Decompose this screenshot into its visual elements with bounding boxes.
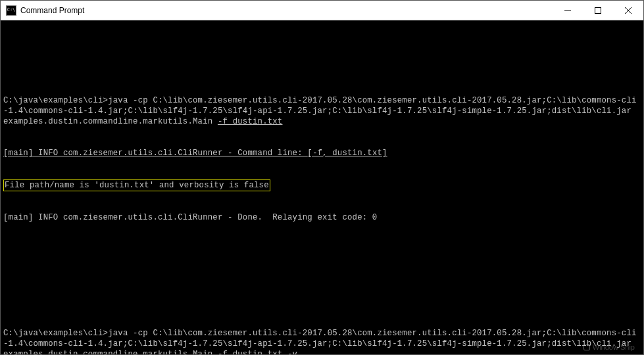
- maximize-button[interactable]: [583, 1, 613, 20]
- command-args: -f dustin.txt -v: [218, 350, 297, 354]
- svg-rect-1: [595, 7, 601, 13]
- output-highlight: File path/name is 'dustin.txt' and verbo…: [3, 179, 270, 191]
- command-args: -f dustin.txt: [218, 117, 283, 126]
- minimize-button[interactable]: [553, 1, 583, 20]
- snipping-tool-overlay: Window Snip: [583, 343, 635, 351]
- window-title: Command Prompt: [20, 6, 553, 15]
- exec-block-0: C:\java\examples\cli>java -cp C:\lib\com…: [3, 74, 641, 244]
- exec-block-1: C:\java\examples\cli>java -cp C:\lib\com…: [3, 307, 641, 354]
- command-line: C:\java\examples\cli>java -cp C:\lib\com…: [3, 328, 641, 354]
- command-prompt-window: Command Prompt C:\java\examples\cli>java…: [0, 0, 644, 355]
- command-line: C:\java\examples\cli>java -cp C:\lib\com…: [3, 95, 641, 127]
- close-button[interactable]: [613, 1, 643, 20]
- titlebar[interactable]: Command Prompt: [1, 1, 643, 20]
- info-done-line: [main] INFO com.ziesemer.utils.cli.CliRu…: [3, 212, 641, 223]
- info-line: [main] INFO com.ziesemer.utils.cli.CliRu…: [3, 148, 641, 158]
- window-controls: [553, 1, 643, 20]
- snip-icon: [583, 344, 590, 350]
- app-icon: [6, 5, 16, 16]
- terminal-output[interactable]: C:\java\examples\cli>java -cp C:\lib\com…: [1, 20, 643, 354]
